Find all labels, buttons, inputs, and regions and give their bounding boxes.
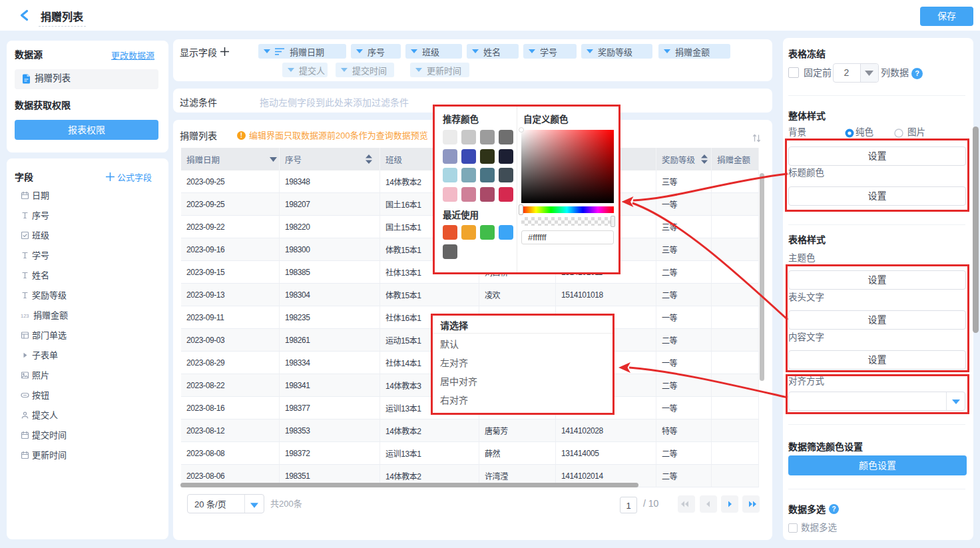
svg-text:123: 123 xyxy=(21,313,29,319)
